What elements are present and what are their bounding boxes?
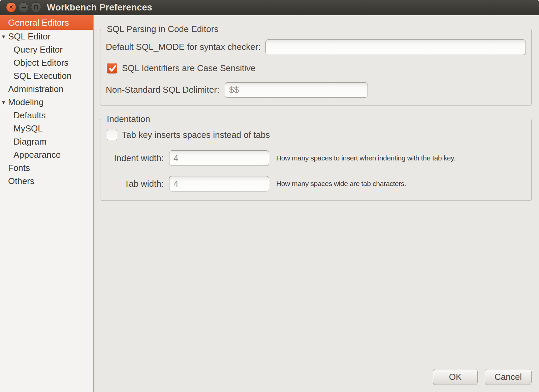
tab-width-label: Tab width: (106, 179, 164, 189)
indent-width-label: Indent width: (106, 153, 164, 163)
sidebar-item-query-editor[interactable]: Query Editor (0, 43, 93, 56)
case-sensitive-label[interactable]: SQL Identifiers are Case Sensitive (122, 63, 255, 73)
sidebar-item-sql-execution[interactable]: SQL Execution (0, 69, 93, 83)
sql-mode-label: Default SQL_MODE for syntax checker: (106, 42, 261, 52)
tab-spaces-label[interactable]: Tab key inserts spaces instead of tabs (122, 130, 270, 140)
group-indentation: Indentation Tab key inserts spaces inste… (100, 114, 532, 201)
group-title-indentation: Indentation (106, 114, 152, 124)
ok-button[interactable]: OK (433, 369, 478, 385)
sidebar-item-administration[interactable]: Administration (0, 83, 93, 96)
sidebar-item-defaults[interactable]: Defaults (0, 109, 93, 122)
case-sensitive-checkbox[interactable] (107, 63, 117, 73)
sidebar-item-modeling[interactable]: ▼Modeling (0, 96, 93, 109)
sidebar-item-label: Diagram (13, 137, 46, 147)
sidebar-item-label: Query Editor (13, 44, 63, 55)
minimize-icon (22, 7, 26, 8)
delimiter-row: Non-Standard SQL Delimiter: (106, 82, 526, 98)
dialog-footer: OK Cancel (433, 369, 532, 385)
sidebar-item-diagram[interactable]: Diagram (0, 135, 93, 148)
indent-width-help: How many spaces to insert when indenting… (276, 154, 455, 162)
maximize-button[interactable] (31, 2, 41, 12)
indent-width-row: Indent width: How many spaces to insert … (106, 150, 526, 166)
sidebar-item-label: Administration (8, 84, 64, 94)
tab-width-input[interactable] (169, 176, 269, 191)
chevron-down-icon[interactable]: ▼ (1, 34, 6, 39)
case-sensitive-row: SQL Identifiers are Case Sensitive (106, 63, 526, 73)
sidebar-item-object-editors[interactable]: Object Editors (0, 56, 93, 69)
sidebar-item-label: SQL Execution (13, 71, 71, 81)
maximize-icon (34, 5, 38, 9)
sidebar-item-label: General Editors (8, 18, 69, 28)
sidebar-item-sql-editor[interactable]: ▼SQL Editor (0, 30, 93, 43)
chevron-down-icon[interactable]: ▼ (1, 100, 6, 105)
sidebar-item-others[interactable]: Others (0, 175, 93, 188)
indent-width-input[interactable] (169, 150, 269, 166)
sidebar-item-label: Defaults (13, 110, 45, 121)
close-icon: ✕ (9, 4, 13, 10)
tab-spaces-row: Tab key inserts spaces instead of tabs (106, 130, 526, 140)
titlebar: ✕ Workbench Preferences (0, 0, 539, 15)
tab-width-help: How many spaces wide are tab characters. (276, 180, 406, 188)
sidebar-item-label: Appearance (13, 150, 61, 160)
close-button[interactable]: ✕ (6, 2, 16, 12)
sql-mode-row: Default SQL_MODE for syntax checker: (106, 39, 526, 55)
sidebar-item-label: Modeling (8, 97, 44, 108)
delimiter-label: Non-Standard SQL Delimiter: (106, 85, 219, 95)
tab-width-row: Tab width: How many spaces wide are tab … (106, 176, 526, 191)
group-title-sql-parsing: SQL Parsing in Code Editors (106, 24, 220, 34)
preferences-tree: General Editors▼SQL EditorQuery EditorOb… (0, 15, 94, 392)
sidebar-item-fonts[interactable]: Fonts (0, 161, 93, 175)
sidebar-item-label: SQL Editor (8, 31, 51, 42)
cancel-button[interactable]: Cancel (485, 369, 532, 385)
main-panel: SQL Parsing in Code Editors Default SQL_… (95, 15, 539, 392)
sidebar-item-label: Fonts (8, 163, 30, 173)
sidebar-item-label: MySQL (13, 123, 43, 134)
sidebar-item-label: Object Editors (13, 58, 68, 68)
check-icon (108, 64, 117, 73)
sql-mode-input[interactable] (265, 39, 526, 55)
window-title: Workbench Preferences (47, 2, 152, 13)
minimize-button[interactable] (19, 2, 29, 12)
sidebar-item-appearance[interactable]: Appearance (0, 148, 93, 161)
group-sql-parsing: SQL Parsing in Code Editors Default SQL_… (100, 24, 532, 105)
delimiter-input[interactable] (225, 82, 368, 98)
sidebar-item-general-editors[interactable]: General Editors (0, 15, 93, 30)
tab-spaces-checkbox[interactable] (107, 130, 117, 140)
sidebar-item-label: Others (8, 176, 34, 186)
sidebar-item-mysql[interactable]: MySQL (0, 122, 93, 135)
